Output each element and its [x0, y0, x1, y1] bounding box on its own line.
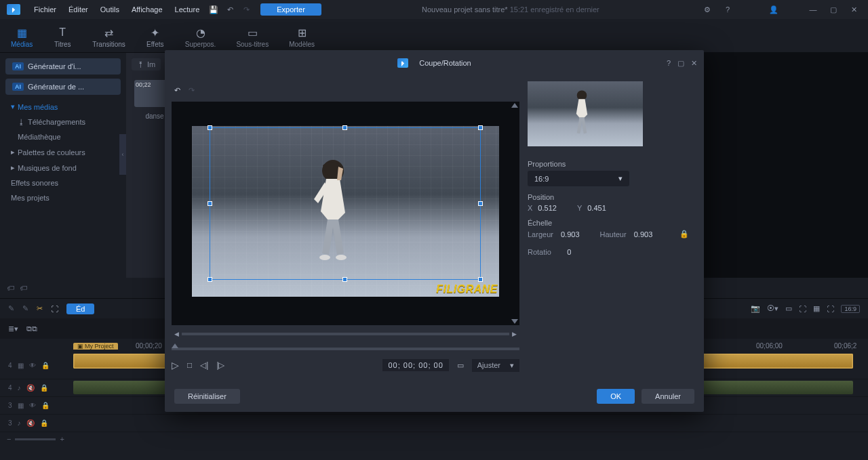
scrub-track[interactable] [182, 333, 509, 335]
crop-handle-ml[interactable] [208, 201, 212, 206]
rotation-value[interactable]: 0 [567, 248, 571, 256]
width-value[interactable]: 0.903 [561, 230, 580, 238]
zoom-out-icon[interactable]: − [7, 435, 11, 443]
undo-icon[interactable]: ↶ [222, 2, 237, 17]
camera-icon[interactable]: 📷 [751, 304, 760, 313]
dialog-help-icon[interactable]: ? [667, 59, 671, 68]
thumb-duration: 00;22 [136, 81, 151, 88]
tag-icon[interactable]: 🏷 [7, 284, 14, 292]
help-icon[interactable]: ? [720, 2, 735, 17]
crop-box[interactable] [210, 127, 481, 280]
cancel-button[interactable]: Annuler [642, 389, 694, 404]
maximize-icon[interactable]: ▢ [826, 2, 841, 17]
marker-icon[interactable]: ⦿▾ [767, 304, 778, 313]
view-icon[interactable]: ▭ [785, 304, 792, 313]
timecode-display[interactable]: 00; 00; 00; 00 [382, 359, 448, 371]
timeline-mode-icon[interactable]: ≣▾ [8, 325, 18, 333]
settings-icon[interactable]: ⚙ [700, 2, 715, 17]
pos-x-value[interactable]: 0.512 [538, 204, 557, 212]
ok-button[interactable]: OK [597, 389, 635, 404]
tree-color-palettes[interactable]: ▸ Palettes de couleurs [5, 144, 121, 160]
ai-generator-2[interactable]: AIGénérateur de ... [5, 79, 121, 95]
ai-image-generator[interactable]: AIGénérateur d'i... [5, 58, 121, 75]
menu-file[interactable]: Fichier [28, 3, 62, 16]
tree-downloads[interactable]: ⭳ Téléchargements [5, 114, 121, 129]
proportions-dropdown[interactable]: 16:9▾ [528, 171, 629, 186]
height-value[interactable]: 0.903 [634, 230, 653, 238]
scrub-right-icon[interactable]: ▶ [509, 331, 519, 337]
crop-redo-icon[interactable]: ↷ [189, 86, 195, 95]
fit-icon[interactable]: ⛶ [799, 305, 806, 313]
play-icon[interactable]: ▷ [172, 360, 179, 371]
watermark-label: FILIGRANE [436, 283, 498, 295]
import-button[interactable]: ⭱ Im [132, 58, 161, 70]
stop-icon[interactable]: □ [187, 360, 192, 370]
proportions-label: Proportions [528, 160, 697, 168]
tree-bg-music[interactable]: ▸ Musiques de fond [5, 160, 121, 175]
tab-media[interactable]: ▦Médias [7, 22, 37, 52]
prev-frame-icon[interactable]: ◁| [200, 360, 208, 370]
tree-my-media[interactable]: ▾ Mes médias [5, 99, 121, 114]
zoom-out-arrow-icon[interactable] [511, 319, 518, 324]
close-icon[interactable]: ✕ [846, 2, 861, 17]
save-icon[interactable]: 💾 [206, 2, 221, 17]
crop-icon[interactable]: ⛶ [51, 305, 58, 313]
split-icon[interactable]: ✂ [37, 304, 43, 313]
crop-handle-mr[interactable] [478, 201, 483, 206]
crop-handle-tl[interactable] [208, 125, 212, 130]
magnet-icon[interactable]: ⧉⧉ [26, 325, 37, 333]
dialog-maximize-icon[interactable]: ▢ [677, 59, 684, 68]
scrub-left-icon[interactable]: ◀ [172, 331, 182, 337]
crop-handle-tr[interactable] [478, 125, 483, 130]
tab-subtitles[interactable]: ▭Sous-titres [232, 22, 273, 52]
clip-title: ▣ My Project [73, 343, 118, 350]
crop-handle-bm[interactable] [342, 277, 347, 282]
fit-dropdown[interactable]: Ajuster▾ [472, 359, 519, 372]
tab-titles[interactable]: TTitres [49, 22, 76, 52]
edit-button[interactable]: Éd [66, 304, 94, 314]
reset-button[interactable]: Réinitialiser [174, 389, 240, 404]
safe-zone-icon[interactable]: ▭ [457, 361, 464, 370]
tree-library[interactable]: Médiathèque [5, 129, 121, 144]
playhead-icon[interactable] [172, 343, 178, 348]
app-logo: ⏵ [7, 4, 20, 15]
title-bar: ⏵ Fichier Éditer Outils Affichage Lectur… [0, 0, 868, 19]
zoom-in-icon[interactable]: + [60, 435, 64, 443]
redo-icon[interactable]: ↷ [239, 2, 254, 17]
crop-handle-tm[interactable] [342, 125, 347, 130]
pen-icon[interactable]: ✎ [8, 304, 14, 313]
dialog-close-icon[interactable]: ✕ [691, 59, 697, 68]
tab-transitions[interactable]: ⇄Transitions [88, 22, 130, 52]
collapse-sidebar[interactable]: ‹ [119, 134, 126, 175]
zoom-in-arrow-icon[interactable] [511, 103, 518, 108]
tab-effects[interactable]: ✦Effets [142, 22, 169, 52]
aspect-ratio[interactable]: 16:9 [841, 305, 860, 313]
lock-aspect-icon[interactable]: 🔒 [679, 230, 689, 238]
next-frame-icon[interactable]: |▷ [216, 360, 224, 370]
tab-overlays[interactable]: ◔Superpos. [181, 22, 220, 52]
tree-sfx[interactable]: Effets sonores [5, 175, 121, 190]
crop-preview[interactable]: FILIGRANE [172, 102, 519, 325]
account-icon[interactable]: 👤 [766, 2, 781, 17]
tree-my-projects[interactable]: Mes projets [5, 190, 121, 205]
crop-undo-icon[interactable]: ↶ [174, 86, 180, 95]
pen-icon-2[interactable]: ✎ [22, 304, 28, 313]
menu-playback[interactable]: Lecture [170, 3, 205, 16]
track-audio-3[interactable]: 3♪🔇🔒 [0, 415, 868, 432]
crop-handle-bl[interactable] [208, 277, 212, 282]
menu-tools[interactable]: Outils [95, 3, 125, 16]
expand-icon[interactable]: ⛶ [827, 305, 834, 313]
pos-y-value[interactable]: 0.451 [587, 204, 606, 212]
scale-label: Échelle [528, 219, 697, 227]
project-title: Nouveau projet sans titre* 15:21 enregis… [323, 5, 698, 14]
tab-templates[interactable]: ⊞Modèles [285, 22, 319, 52]
rotation-label: Rotatio [528, 248, 551, 256]
menu-view[interactable]: Affichage [126, 3, 168, 16]
timeline-scrub[interactable] [172, 348, 519, 350]
tag-icon-2[interactable]: 🏷 [20, 284, 27, 292]
menu-edit[interactable]: Éditer [63, 3, 94, 16]
export-button[interactable]: Exporter [260, 3, 321, 16]
minimize-icon[interactable]: — [806, 2, 821, 17]
crop-handle-br[interactable] [478, 277, 483, 282]
grid-icon[interactable]: ▦ [813, 304, 820, 313]
